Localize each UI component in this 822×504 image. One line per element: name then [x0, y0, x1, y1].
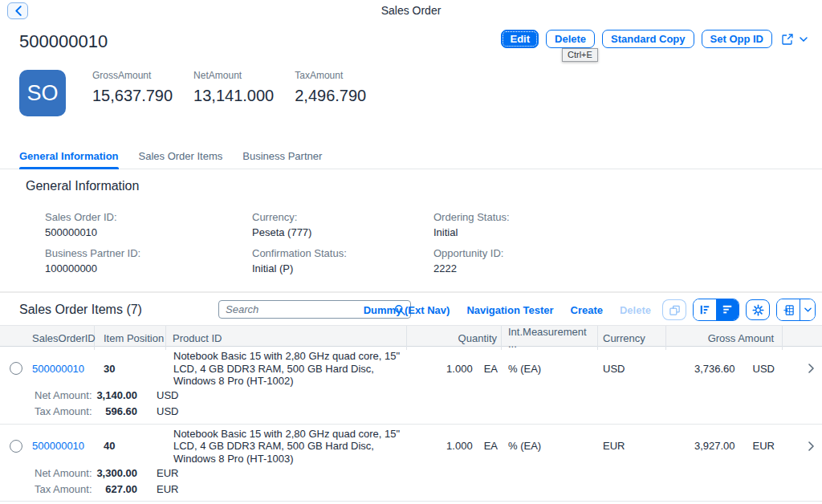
sort-ascending-segment[interactable] [694, 299, 716, 320]
gross-amount-cell: 3,736.60USD [666, 363, 783, 375]
tax-amount-value: 627.00 [96, 483, 137, 495]
field-label: Business Partner ID: [45, 246, 252, 261]
delete-item-button[interactable]: Delete [620, 304, 651, 316]
tax-amount-label: Tax Amount: [35, 483, 96, 495]
tax-amount-currency: EUR [157, 483, 178, 495]
column-header-item-position[interactable]: Item Position [95, 326, 166, 350]
kpi-value: 2,496.790 [295, 87, 366, 105]
sales-order-items-section: Sales Order Items (7) Dummy (Ext Nav) Na… [0, 294, 822, 504]
header-actions: Edit Delete Standard Copy Set Opp ID [501, 30, 809, 48]
table-row: 500000010 30 Notebook Basic 15 with 2,80… [0, 347, 822, 425]
tab-sales-order-items[interactable]: Sales Order Items [139, 143, 223, 169]
navigation-tester-button[interactable]: Navigation Tester [466, 304, 553, 316]
chevron-down-icon [804, 307, 812, 312]
field-label: Ordering Status: [433, 210, 822, 225]
export-menu-arrow[interactable] [800, 299, 815, 320]
tax-amount-row: Tax Amount: 627.00 EUR [35, 481, 822, 497]
delete-button[interactable]: Delete [546, 30, 595, 48]
kpi-tax-amount: TaxAmount 2,496.790 [295, 70, 366, 105]
general-information-section: General Information Sales Order ID: 5000… [0, 170, 822, 277]
set-opp-id-button[interactable]: Set Opp ID [702, 30, 772, 48]
field-currency: Currency: Peseta (777) [252, 210, 433, 241]
row-radio-button[interactable] [10, 362, 22, 375]
row-navigation-cell[interactable] [783, 364, 822, 373]
column-header-int-measurement[interactable]: Int.Measurement ... [502, 326, 598, 350]
net-amount-row: Net Amount: 3,140.00 USD [35, 388, 822, 404]
sort-descending-segment[interactable] [716, 299, 739, 320]
kpi-gross-amount: GrossAmount 15,637.790 [92, 70, 173, 105]
product-description: Notebook Basic 15 with 2,80 GHz quad cor… [166, 350, 407, 388]
sales-order-link[interactable]: 500000010 [32, 440, 84, 452]
tax-amount-currency: USD [157, 405, 178, 417]
column-header-currency[interactable]: Currency [598, 326, 666, 350]
column-header-gross-amount[interactable]: Gross Amount [666, 326, 783, 350]
share-menu-button[interactable] [779, 33, 809, 46]
int-measurement-cell: % (EA) [502, 440, 598, 452]
net-amount-label: Net Amount: [35, 389, 96, 401]
field-value: 2222 [433, 261, 822, 277]
section-heading: General Information [26, 178, 822, 194]
table-row-main: 500000010 40 Notebook Basic 15 with 2,80… [0, 425, 822, 465]
column-header-quantity[interactable]: Quantity [407, 326, 502, 350]
field-value: Peseta (777) [252, 225, 433, 241]
sort-descending-icon [722, 304, 733, 315]
table-row-main: 500000010 30 Notebook Basic 15 with 2,80… [0, 347, 822, 388]
object-header-kpis: SO GrossAmount 15,637.790 NetAmount 13,1… [19, 70, 387, 116]
tax-amount-label: Tax Amount: [35, 405, 96, 417]
field-business-partner-id: Business Partner ID: 100000000 [45, 246, 252, 277]
net-amount-row: Net Amount: 3,300.00 EUR [35, 465, 822, 481]
toolbar-actions: Dummy (Ext Nav) Navigation Tester Create… [364, 299, 816, 321]
net-amount-value: 3,300.00 [96, 467, 137, 479]
edit-button[interactable]: Edit [501, 30, 539, 48]
export-button[interactable] [777, 299, 800, 320]
copy-button[interactable] [662, 299, 686, 320]
tab-bar: General Information Sales Order Items Bu… [0, 143, 822, 169]
row-navigation-cell[interactable] [783, 441, 822, 451]
general-information-form: Sales Order ID: 500000010 Currency: Pese… [45, 210, 822, 277]
standard-copy-button[interactable]: Standard Copy [602, 30, 694, 48]
toolbar-icon-buttons [662, 299, 816, 321]
sort-ascending-icon [699, 304, 710, 315]
column-header-salesorderid[interactable]: SalesOrderID [32, 326, 95, 350]
edit-shortcut-tooltip: Ctrl+E [562, 48, 598, 62]
net-amount-currency: EUR [157, 467, 178, 479]
quantity-cell: 1.000EA [407, 440, 502, 452]
field-label: Confirmation Status: [252, 246, 433, 261]
field-opportunity-id: Opportunity ID: 2222 [433, 246, 822, 277]
object-id-title: 500000010 [19, 31, 108, 52]
field-sales-order-id: Sales Order ID: 500000010 [45, 210, 252, 241]
row-select-cell [0, 362, 32, 375]
view-toggle-segmented-button [693, 299, 739, 321]
row-select-cell [0, 440, 32, 453]
selection-column-header [0, 326, 32, 350]
create-button[interactable]: Create [571, 304, 603, 316]
tax-amount-value: 596.60 [96, 405, 137, 417]
table-header-row: SalesOrderID Item Position Product ID Qu… [0, 325, 822, 347]
gear-icon [752, 304, 764, 316]
tab-general-information[interactable]: General Information [19, 143, 119, 169]
section-divider [0, 291, 822, 293]
kpi-label: NetAmount [193, 70, 274, 81]
dummy-ext-nav-button[interactable]: Dummy (Ext Nav) [364, 304, 450, 316]
net-amount-value: 3,140.00 [96, 389, 137, 401]
kpi-label: GrossAmount [92, 70, 173, 81]
settings-button[interactable] [746, 299, 770, 320]
currency-cell: USD [598, 363, 666, 375]
sales-order-link[interactable]: 500000010 [32, 363, 84, 375]
chevron-right-icon [808, 441, 814, 451]
field-label: Opportunity ID: [433, 246, 822, 261]
kpi-value: 15,637.790 [92, 87, 173, 105]
net-amount-label: Net Amount: [35, 467, 96, 479]
field-value: Initial (P) [252, 261, 433, 277]
column-header-product-id[interactable]: Product ID [166, 326, 407, 350]
field-confirmation-status: Confirmation Status: Initial (P) [252, 246, 433, 277]
row-radio-button[interactable] [10, 440, 22, 453]
kpi-label: TaxAmount [295, 70, 366, 81]
currency-cell: EUR [598, 440, 666, 452]
shell-bar: Sales Order [0, 0, 822, 21]
product-id-cell: Notebook Basic 15 with 2,80 GHz quad cor… [166, 350, 407, 388]
table-title: Sales Order Items (7) [19, 303, 142, 317]
copy-icon [669, 304, 681, 316]
page-title: Sales Order [0, 4, 822, 17]
tab-business-partner[interactable]: Business Partner [242, 143, 322, 169]
